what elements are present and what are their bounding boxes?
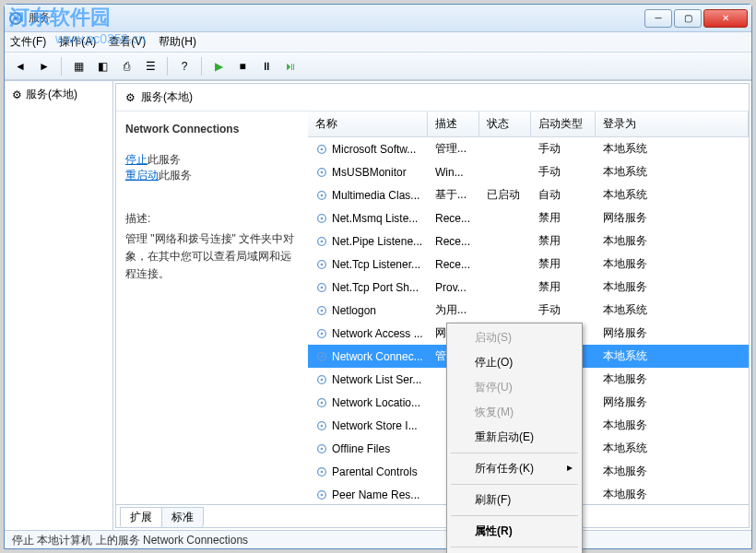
cm-resume: 恢复(M)	[449, 400, 580, 425]
service-row[interactable]: Multimedia Clas...基于...已启动自动本地系统	[308, 183, 749, 206]
column-name[interactable]: 名称	[308, 112, 428, 136]
service-icon	[315, 373, 328, 386]
service-desc: Win...	[428, 164, 479, 181]
tree-item-services-local[interactable]: ⚙ 服务(本地)	[5, 81, 112, 108]
service-startup: 禁用	[531, 208, 596, 228]
service-status	[479, 263, 531, 266]
service-icon	[315, 166, 328, 179]
service-startup: 自动	[531, 185, 596, 205]
help-button[interactable]: ?	[174, 56, 195, 76]
cm-properties[interactable]: 属性(R)	[449, 519, 580, 544]
tb-btn[interactable]: ▦	[68, 56, 89, 76]
start-service-button[interactable]: ▶	[208, 56, 229, 76]
svg-point-19	[321, 332, 324, 335]
cm-all-tasks[interactable]: 所有任务(K)▸	[449, 456, 580, 481]
service-row[interactable]: Net.Tcp Port Sh...Prov...禁用本地服务	[308, 276, 749, 299]
scope-title: 服务(本地)	[141, 89, 193, 105]
tree-pane: ⚙ 服务(本地)	[5, 81, 113, 530]
close-button[interactable]: ✕	[703, 9, 748, 28]
service-name: Net.Tcp Listener...	[332, 258, 420, 271]
service-status	[479, 286, 531, 289]
svg-point-25	[321, 401, 324, 404]
column-status[interactable]: 状态	[479, 112, 531, 136]
separator	[61, 57, 62, 76]
column-logon[interactable]: 登录为	[596, 112, 749, 136]
cm-stop[interactable]: 停止(O)	[449, 350, 580, 375]
service-logon: 本地服务	[596, 485, 749, 504]
back-button[interactable]: ◄	[10, 56, 30, 76]
service-status	[479, 147, 531, 151]
separator	[201, 57, 202, 76]
service-name: Offline Files	[332, 442, 390, 455]
service-icon	[315, 442, 328, 455]
service-icon	[315, 143, 328, 156]
service-name: Peer Name Res...	[332, 488, 419, 501]
restart-link[interactable]: 重启动	[125, 169, 159, 182]
service-logon: 网络服务	[596, 393, 749, 412]
service-status	[479, 171, 531, 174]
minimize-button[interactable]: ─	[644, 9, 672, 28]
stop-link[interactable]: 停止	[125, 153, 148, 166]
properties-button[interactable]: ☰	[140, 56, 160, 76]
forward-button[interactable]: ►	[34, 56, 54, 76]
titlebar: 服务 ─ ▢ ✕	[5, 5, 751, 32]
separator	[167, 57, 168, 76]
service-status: 已启动	[479, 185, 531, 205]
gear-icon: ⚙	[125, 91, 136, 104]
service-row[interactable]: Net.Tcp Listener...Rece...禁用本地服务	[308, 253, 749, 276]
service-status	[479, 240, 531, 243]
service-logon: 本地系统	[596, 347, 749, 366]
cm-start: 启动(S)	[449, 325, 580, 350]
tab-standard[interactable]: 标准	[161, 507, 204, 527]
watermark-url: www.pc0359.cn	[55, 31, 146, 46]
pause-service-button[interactable]: ⏸	[256, 56, 277, 76]
service-name: Parental Controls	[332, 465, 418, 478]
tb-btn[interactable]: ◧	[92, 56, 112, 76]
column-startup[interactable]: 启动类型	[531, 112, 596, 136]
tabs: 扩展 标准	[116, 504, 749, 527]
separator	[451, 484, 578, 485]
tab-extended[interactable]: 扩展	[120, 507, 162, 527]
service-desc: Rece...	[428, 210, 479, 227]
cm-restart[interactable]: 重新启动(E)	[449, 425, 580, 450]
svg-point-3	[321, 147, 324, 150]
cm-refresh[interactable]: 刷新(F)	[449, 488, 580, 512]
stop-service-button[interactable]: ■	[232, 56, 253, 76]
service-name: Network Locatio...	[332, 396, 420, 409]
service-row[interactable]: MsUSBMonitorWin...手动本地系统	[308, 160, 749, 183]
service-name: Network Store I...	[332, 419, 418, 432]
window-title: 服务	[29, 10, 644, 26]
description-label: 描述:	[125, 211, 299, 227]
selected-service-name: Network Connections	[125, 123, 299, 135]
tree-item-label: 服务(本地)	[26, 87, 77, 102]
services-window: 服务 ─ ▢ ✕ 文件(F) 操作(A) 查看(V) 帮助(H) ◄ ► ▦ ◧…	[4, 4, 752, 549]
service-row[interactable]: Netlogon为用...手动本地系统	[308, 299, 749, 322]
service-logon: 本地服务	[596, 370, 749, 389]
service-logon: 本地服务	[596, 277, 749, 297]
svg-point-33	[321, 493, 324, 496]
menu-file[interactable]: 文件(F)	[10, 34, 46, 50]
service-icon	[315, 189, 328, 202]
svg-point-7	[321, 194, 324, 196]
service-name: Netlogon	[332, 304, 376, 317]
service-name: Microsoft Softw...	[332, 143, 416, 156]
content: Network Connections 停止此服务 重启动此服务 描述: 管理 …	[116, 112, 749, 504]
service-row[interactable]: Net.Msmq Liste...Rece...禁用网络服务	[308, 206, 749, 229]
service-desc: 为用...	[428, 300, 479, 320]
column-desc[interactable]: 描述	[428, 112, 479, 136]
restart-service-button[interactable]: ⏯	[280, 56, 301, 76]
service-icon	[315, 304, 328, 317]
svg-point-9	[321, 217, 324, 219]
service-startup: 禁用	[531, 231, 596, 251]
service-row[interactable]: Net.Pipe Listene...Rece...禁用本地服务	[308, 229, 749, 253]
export-button[interactable]: ⎙	[116, 56, 136, 76]
service-startup: 手动	[531, 162, 596, 182]
service-icon	[315, 488, 328, 501]
service-status	[479, 217, 531, 220]
service-row[interactable]: Microsoft Softw...管理...手动本地系统	[308, 137, 749, 160]
menu-help[interactable]: 帮助(H)	[159, 34, 196, 50]
maximize-button[interactable]: ▢	[674, 9, 702, 28]
stop-link-suffix: 此服务	[148, 153, 181, 166]
service-logon: 本地系统	[596, 185, 749, 205]
right-pane: ⚙ 服务(本地) Network Connections 停止此服务 重启动此服…	[113, 81, 751, 530]
